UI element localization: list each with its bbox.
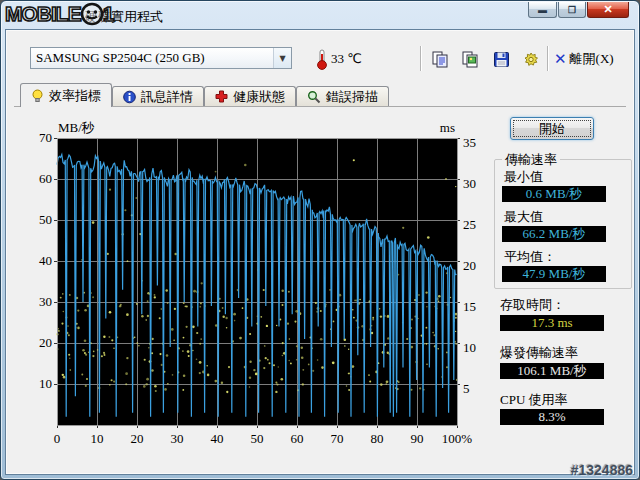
transfer-rate-group: 傳輸速率 最小值 0.6 MB/秒 最大值 66.2 MB/秒 平均值： 47.… xyxy=(494,159,632,289)
svg-text:15: 15 xyxy=(463,299,476,314)
toolbar-separator xyxy=(420,46,422,71)
maximize-button[interactable]: ❐ xyxy=(558,2,586,18)
tab-benchmark[interactable]: 效率指標 xyxy=(20,83,112,107)
svg-text:10: 10 xyxy=(39,376,52,391)
access-time-label: 存取時間： xyxy=(500,296,565,314)
svg-text:50: 50 xyxy=(39,212,52,227)
svg-text:70: 70 xyxy=(331,431,344,446)
avg-label: 平均值： xyxy=(504,248,556,266)
info-icon xyxy=(123,90,136,104)
svg-text:10: 10 xyxy=(91,431,104,446)
exit-x-icon: ✕ xyxy=(554,50,567,68)
svg-text:70: 70 xyxy=(39,130,52,145)
save-icon xyxy=(493,51,510,68)
tabstrip: 效率指標 訊息詳情 健康狀態 xyxy=(20,83,389,106)
access-time-value: 17.3 ms xyxy=(500,315,604,331)
group-title: 傳輸速率 xyxy=(502,151,560,169)
svg-text:60: 60 xyxy=(291,431,304,446)
copy-image-button[interactable] xyxy=(457,47,483,71)
temperature-value: 33 ℃ xyxy=(331,51,362,67)
client-area: SAMSUNG SP2504C (250 GB) ▼ 33 ℃ xyxy=(5,29,635,475)
tab-info[interactable]: 訊息詳情 xyxy=(112,86,204,106)
svg-text:100%: 100% xyxy=(442,431,473,446)
copy-text-icon xyxy=(432,51,449,68)
options-button[interactable] xyxy=(518,47,544,71)
min-label: 最小值 xyxy=(504,168,543,186)
lightbulb-icon xyxy=(31,89,44,103)
copy-image-icon xyxy=(462,51,479,68)
svg-text:MB/秒: MB/秒 xyxy=(58,120,95,135)
svg-text:20: 20 xyxy=(463,258,476,273)
start-button[interactable]: 開始 xyxy=(510,117,594,140)
burst-rate-label: 爆發傳輸速率 xyxy=(500,344,578,362)
tab-error-scan[interactable]: 錯誤掃描 xyxy=(296,86,389,106)
options-icon xyxy=(522,51,540,68)
exit-label: 離開(X) xyxy=(570,50,614,68)
copy-text-button[interactable] xyxy=(427,47,453,71)
svg-text:25: 25 xyxy=(463,217,476,232)
svg-text:40: 40 xyxy=(39,253,52,268)
svg-text:10: 10 xyxy=(463,340,476,355)
burst-rate-value: 106.1 MB/秒 xyxy=(500,363,604,379)
save-button[interactable] xyxy=(488,47,514,71)
svg-text:90: 90 xyxy=(411,431,424,446)
cpu-usage-label: CPU 使用率 xyxy=(500,391,568,409)
svg-text:0: 0 xyxy=(54,431,61,446)
svg-text:5: 5 xyxy=(463,381,470,396)
svg-text:ms: ms xyxy=(440,120,455,135)
mobile01-watermark-logo: MOBILE 1 xyxy=(5,2,113,26)
avg-value: 47.9 MB/秒 xyxy=(502,266,606,282)
exit-button[interactable]: ✕ 離開(X) xyxy=(554,47,614,71)
post-id-watermark: #1324886 xyxy=(571,462,633,478)
benchmark-chart: 0102030405060708090100%70605040302010353… xyxy=(30,118,486,454)
svg-text:30: 30 xyxy=(39,294,52,309)
mobile01-circle-icon xyxy=(80,2,104,26)
close-button[interactable]: ✕ xyxy=(587,2,629,18)
svg-text:40: 40 xyxy=(211,431,224,446)
max-value: 66.2 MB/秒 xyxy=(502,226,606,242)
min-value: 0.6 MB/秒 xyxy=(502,186,606,202)
minimize-button[interactable]: ▬ xyxy=(528,2,557,18)
health-cross-icon xyxy=(215,90,228,104)
svg-text:50: 50 xyxy=(251,431,264,446)
drive-select-combobox[interactable]: SAMSUNG SP2504C (250 GB) ▼ xyxy=(30,47,292,69)
svg-text:30: 30 xyxy=(171,431,184,446)
drive-select-value: SAMSUNG SP2504C (250 GB) xyxy=(31,48,273,68)
tab-health[interactable]: 健康狀態 xyxy=(204,86,296,106)
svg-text:30: 30 xyxy=(463,176,476,191)
svg-text:35: 35 xyxy=(463,135,476,150)
chevron-down-icon: ▼ xyxy=(273,48,291,68)
max-label: 最大值 xyxy=(504,208,543,226)
magnifier-icon xyxy=(307,90,321,104)
svg-text:80: 80 xyxy=(371,431,384,446)
titlebar: MOBILE 1 硬碟實用程式 ▬ ❐ ✕ xyxy=(1,1,639,29)
cpu-usage-value: 8.3% xyxy=(500,409,604,425)
svg-text:60: 60 xyxy=(39,171,52,186)
thermometer-icon xyxy=(316,48,328,70)
toolbar-separator xyxy=(547,46,549,71)
svg-text:20: 20 xyxy=(131,431,144,446)
app-window: MOBILE 1 硬碟實用程式 ▬ ❐ ✕ SAMSUNG SP2504C (2… xyxy=(0,0,640,480)
benchmark-chart-svg: 0102030405060708090100%70605040302010353… xyxy=(30,118,486,454)
svg-text:20: 20 xyxy=(39,335,52,350)
